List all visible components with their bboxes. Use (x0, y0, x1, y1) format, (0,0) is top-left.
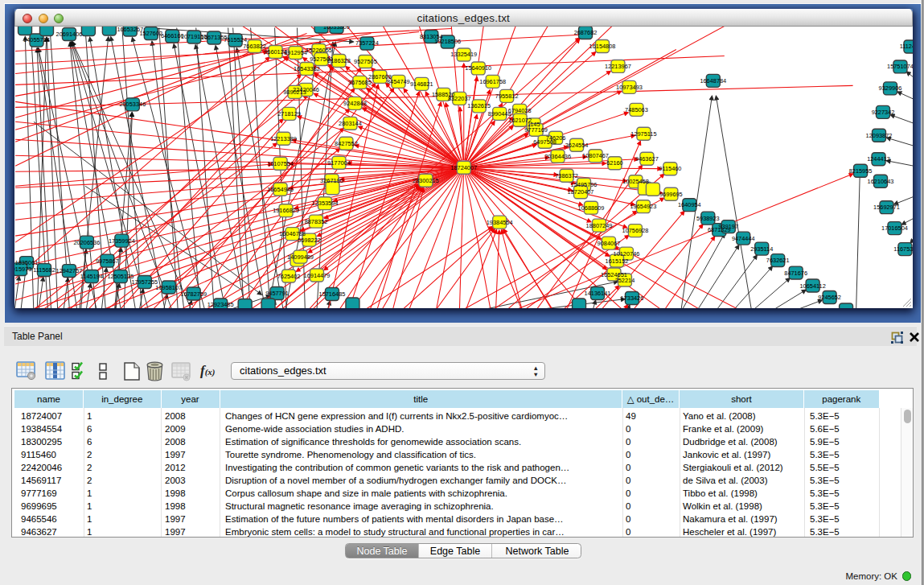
svg-text:1115682: 1115682 (33, 266, 55, 274)
svg-text:15692971: 15692971 (873, 204, 900, 211)
svg-text:252214: 252214 (614, 276, 634, 283)
svg-text:3267190: 3267190 (320, 176, 343, 183)
svg-text:5698222: 5698222 (298, 236, 321, 243)
svg-text:10025458: 10025458 (622, 178, 649, 185)
svg-text:10807467: 10807467 (582, 152, 609, 159)
svg-text:16107554: 16107554 (267, 159, 294, 167)
svg-text:2687682: 2687682 (573, 28, 597, 35)
svg-text:12923485: 12923485 (207, 301, 233, 307)
svg-text:16210643: 16210643 (867, 177, 893, 184)
svg-text:9777169: 9777169 (524, 126, 548, 133)
svg-text:17016504: 17016504 (881, 225, 908, 232)
svg-text:5938923: 5938923 (696, 214, 719, 221)
svg-text:15640910: 15640910 (465, 64, 491, 72)
svg-text:1244413: 1244413 (867, 155, 890, 163)
svg-text:17957255: 17957255 (131, 278, 158, 286)
svg-text:1167533: 1167533 (893, 245, 913, 253)
svg-text:12093872: 12093872 (865, 131, 892, 138)
svg-text:12353594: 12353594 (311, 200, 338, 207)
svg-text:3915973: 3915973 (14, 266, 31, 273)
svg-text:15495796: 15495796 (570, 180, 597, 187)
svg-text:13325419: 13325419 (450, 51, 477, 58)
svg-text:20691406: 20691406 (55, 30, 82, 37)
svg-text:7632621: 7632621 (766, 257, 789, 264)
svg-text:62160: 62160 (606, 159, 623, 167)
svg-text:10688609: 10688609 (577, 204, 604, 211)
svg-text:17359924: 17359924 (108, 237, 134, 244)
svg-text:1362615: 1362615 (467, 102, 491, 109)
svg-text:19654923: 19654923 (630, 203, 656, 210)
svg-text:10756928: 10756928 (622, 227, 648, 234)
svg-text:9329906: 9329906 (878, 84, 901, 92)
svg-text:15226055: 15226055 (306, 46, 332, 53)
svg-text:2803144: 2803144 (339, 119, 362, 126)
svg-text:7386372: 7386372 (555, 171, 578, 179)
svg-text:1112494: 1112494 (899, 43, 912, 50)
svg-text:14099489: 14099489 (287, 253, 314, 260)
svg-text:1527602: 1527602 (139, 29, 162, 36)
svg-text:9527505: 9527505 (354, 57, 377, 64)
svg-text:9177004: 9177004 (327, 159, 351, 166)
svg-text:1733426: 1733426 (620, 295, 643, 302)
svg-text:9890213: 9890213 (283, 88, 306, 95)
svg-text:16033809: 16033809 (323, 27, 350, 31)
svg-text:6497508: 6497508 (533, 138, 556, 145)
svg-text:19384554: 19384554 (486, 218, 512, 225)
svg-text:16961758: 16961758 (479, 77, 506, 84)
svg-text:16654946: 16654946 (267, 185, 294, 192)
svg-text:12942757: 12942757 (55, 267, 82, 274)
svg-text:12505135: 12505135 (107, 273, 133, 280)
svg-text:8322037: 8322037 (447, 94, 470, 101)
svg-text:3624554: 3624554 (565, 141, 588, 148)
svg-text:10120746: 10120746 (613, 249, 639, 257)
svg-text:18720407: 18720407 (567, 188, 593, 196)
svg-text:12213967: 12213967 (605, 62, 631, 69)
svg-text:16648784: 16648784 (700, 76, 726, 84)
svg-text:18807249: 18807249 (585, 221, 612, 229)
svg-text:9245652: 9245652 (818, 294, 841, 301)
svg-text:7663822: 7663822 (243, 42, 266, 49)
svg-text:20364436: 20364436 (544, 152, 571, 159)
svg-text:16543382: 16543382 (294, 64, 320, 72)
svg-text:16154808: 16154808 (589, 42, 615, 49)
svg-text:19218506: 19218506 (434, 38, 461, 45)
svg-text:14055714: 14055714 (23, 36, 50, 43)
svg-text:6794028: 6794028 (507, 106, 531, 113)
svg-text:28300215: 28300215 (412, 176, 438, 183)
svg-text:9463627: 9463627 (635, 154, 659, 162)
svg-text:15716485: 15716485 (318, 290, 345, 298)
svg-text:939197: 939197 (718, 223, 738, 230)
svg-text:9474444: 9474444 (731, 234, 754, 241)
svg-text:7485063: 7485063 (625, 105, 648, 113)
svg-text:8454749: 8454749 (387, 77, 410, 84)
svg-text:14136141: 14136141 (584, 290, 610, 297)
svg-text:7625402: 7625402 (277, 272, 300, 279)
svg-text:10654112: 10654112 (799, 282, 825, 289)
svg-text:9457791: 9457791 (265, 290, 289, 297)
svg-text:16782759: 16782759 (180, 290, 207, 297)
svg-text:9975867: 9975867 (96, 257, 119, 264)
svg-text:20053346: 20053346 (119, 101, 146, 108)
svg-text:9227342: 9227342 (871, 108, 894, 115)
svg-text:8427552: 8427552 (335, 139, 358, 146)
svg-text:7357224: 7357224 (355, 39, 379, 47)
svg-text:8878352: 8878352 (304, 217, 327, 225)
svg-text:1615152: 1615152 (605, 257, 628, 264)
svg-text:12975115: 12975115 (630, 130, 656, 137)
svg-text:7955812: 7955812 (495, 92, 518, 99)
svg-text:10958107: 10958107 (155, 283, 182, 290)
svg-text:9084067: 9084067 (597, 239, 620, 246)
svg-text:19166829: 19166829 (273, 207, 299, 214)
svg-text:9146821: 9146821 (409, 80, 433, 87)
svg-text:9115460: 9115460 (659, 165, 681, 172)
svg-text:1145194: 1145194 (80, 273, 102, 280)
svg-text:10973493: 10973493 (616, 83, 643, 90)
svg-text:20206536: 20206536 (73, 238, 100, 245)
svg-text:2935114: 2935114 (750, 245, 773, 252)
svg-text:1640954: 1640954 (677, 201, 700, 208)
svg-text:12213389: 12213389 (270, 134, 297, 142)
svg-text:18724007: 18724007 (450, 163, 477, 171)
svg-text:8186328: 8186328 (327, 56, 351, 64)
svg-text:8912954: 8912954 (284, 48, 307, 56)
svg-text:2718129: 2718129 (277, 109, 301, 117)
